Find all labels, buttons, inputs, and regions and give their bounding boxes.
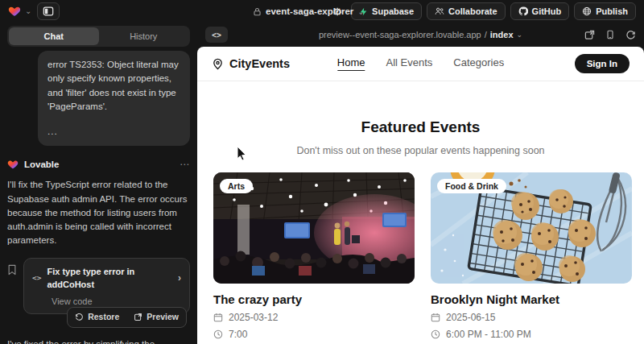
tool-card-fix-type-error[interactable]: <> Fix type type error in addCoHost › Vi… [23,258,190,315]
github-button[interactable]: GitHub [510,2,570,20]
mobile-view-icon[interactable] [605,30,615,39]
tab-history[interactable]: History [99,27,189,45]
code-tag-icon: <> [32,272,41,284]
collaborate-button[interactable]: Collaborate [427,2,506,20]
site-nav: Home All Events Categories [337,56,504,71]
user-message-text: error TS2353: Object literal may only sp… [47,58,180,114]
version-actions: Restore Preview [7,307,190,328]
restore-button[interactable]: Restore [68,308,126,327]
section-subtitle: Don't miss out on these popular events h… [197,145,644,156]
event-time-row: 6:00 PM - 11:00 PM [431,329,632,340]
preview-external-icon [134,313,142,321]
preview-url[interactable]: preview--event-saga-explorer.lovable.app… [319,30,522,39]
publish-button[interactable]: Publish [574,2,636,20]
lovable-avatar-icon [7,159,19,170]
clock-icon [213,329,223,339]
event-cards-row: Arts The crazy party 2025-03-12 [197,172,644,344]
lock-icon [253,7,262,16]
event-date-row: 2025-06-15 [431,312,632,323]
featured-section-header: Featured Events Don't miss out on these … [197,118,644,156]
project-name: event-saga-explorer [266,6,353,16]
top-bar-actions: ⚙ Supabase Collaborate [328,2,636,20]
event-card-crazy-party[interactable]: Arts The crazy party 2025-03-12 [213,172,415,344]
github-icon [518,6,528,16]
chat-history-tabs: Chat History [7,26,190,47]
sign-in-button[interactable]: Sign In [575,54,630,73]
preview-route: index [490,30,514,39]
tool-card-chevron-right-icon: › [178,271,181,285]
restore-icon [75,313,84,321]
event-card-brooklyn-market[interactable]: Food & Drink Brooklyn Night Market 2025-… [431,172,632,344]
site-viewport: CityEvents Home All Events Categories Si… [197,47,644,344]
assistant-message-2: I've fixed the error by simplifying the … [7,338,190,344]
assistant-header: Lovable ⋯ [7,157,190,172]
calendar-icon [213,313,223,322]
globe-icon [582,6,592,16]
tool-card-title: Fix type type error in addCoHost [47,265,172,292]
message-overflow-menu-icon[interactable]: ⋯ [180,157,190,172]
site-brand[interactable]: CityEvents [212,57,290,70]
tool-call-row: <> Fix type type error in addCoHost › Vi… [7,258,190,315]
refresh-icon[interactable] [625,30,636,40]
preview-pane: <> preview--event-saga-explorer.lovable.… [197,23,644,344]
section-title: Featured Events [197,118,644,136]
event-title: The crazy party [213,292,415,306]
calendar-icon [431,313,440,322]
preview-button[interactable]: Preview [126,308,186,327]
nav-all-events[interactable]: All Events [386,56,433,71]
people-icon [435,6,444,16]
nav-categories[interactable]: Categories [453,56,504,71]
lovable-app-window: ⌄ event-saga-explorer ⌄ ⚙ Supabase [0,0,644,344]
user-message-bubble: error TS2353: Object literal may only sp… [38,51,190,146]
tool-card-view-code[interactable]: View code [32,295,181,309]
chat-sidebar: Chat History error TS2353: Object litera… [0,23,197,344]
event-image-conference: Arts [213,172,415,284]
open-external-icon[interactable] [584,30,595,40]
bookmark-icon[interactable] [7,264,17,280]
event-title: Brooklyn Night Market [431,292,632,306]
project-title-menu[interactable]: event-saga-explorer ⌄ [253,0,365,23]
event-time-row: 7:00 [213,329,415,340]
nav-home[interactable]: Home [337,56,365,71]
site-header: CityEvents Home All Events Categories Si… [197,47,644,81]
event-badge: Arts [220,179,253,193]
assistant-name: Lovable [24,158,59,172]
browser-actions [584,30,636,40]
clock-icon [431,329,440,339]
event-image-cookies: Food & Drink [431,172,632,284]
chat-scroll-area[interactable]: error TS2353: Object literal may only sp… [7,47,190,344]
project-chevron-down-icon: ⌄ [357,7,364,16]
show-code-button[interactable]: <> [205,27,228,43]
event-date-row: 2025-03-12 [213,312,415,323]
top-bar: ⌄ event-saga-explorer ⌄ ⚙ Supabase [0,0,644,23]
user-message-ellipsis: ... [47,125,180,139]
preview-browser-bar: <> preview--event-saga-explorer.lovable.… [197,23,644,47]
lovable-logo-icon[interactable] [8,5,21,18]
logo-chevron-down-icon[interactable]: ⌄ [25,7,31,15]
tab-chat[interactable]: Chat [9,27,99,45]
event-badge: Food & Drink [437,179,506,193]
toggle-sidebar-button[interactable] [37,2,60,20]
brand-name: CityEvents [229,57,290,70]
route-chevron-down-icon: ⌄ [517,31,523,39]
map-pin-icon [212,58,224,70]
assistant-message-1: I'll fix the TypeScript error related to… [7,178,190,247]
